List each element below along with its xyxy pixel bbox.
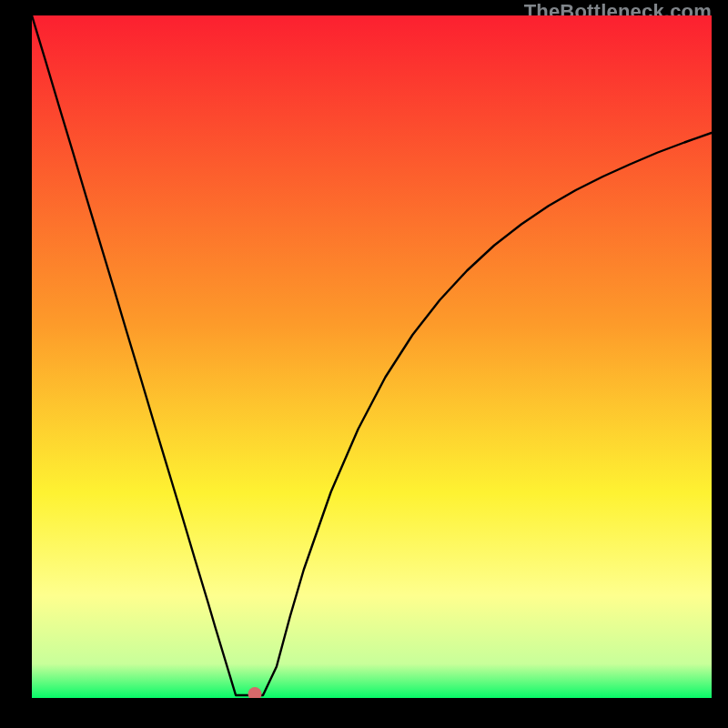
chart-frame: TheBottleneck.com bbox=[0, 0, 728, 728]
plot-area bbox=[32, 15, 712, 698]
bottleneck-curve-chart bbox=[32, 15, 712, 698]
